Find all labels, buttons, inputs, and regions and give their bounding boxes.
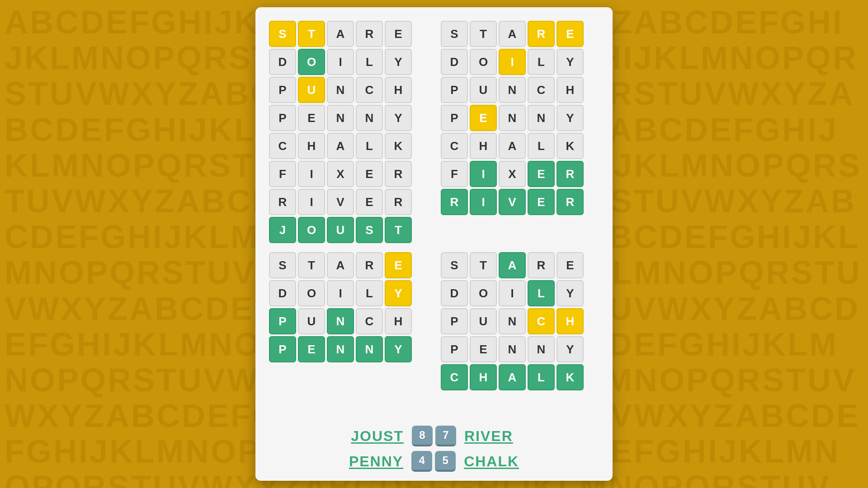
grid-row: JOUST xyxy=(269,217,427,243)
grids-area: STAREDOILYPUNCHPENNYCHALKFIXERRIVERJOUST… xyxy=(269,21,599,415)
grid-row: PUNCH xyxy=(441,308,599,334)
grid-cell-P: P xyxy=(269,336,296,362)
grid-cell-I: I xyxy=(327,49,354,75)
grid-row: STARE xyxy=(441,252,599,278)
grid-cell-N: N xyxy=(327,336,354,362)
grid-row: CHALK xyxy=(441,364,599,390)
grid-cell-K: K xyxy=(557,364,584,390)
grid-bottom-right: STAREDOILYPUNCHPENNYCHALK xyxy=(441,252,599,415)
grid-cell-U: U xyxy=(470,77,497,103)
scores-area: JOUST87RIVERPENNY45CHALK xyxy=(349,426,519,472)
grid-cell-P: P xyxy=(441,105,468,131)
grid-cell-R: R xyxy=(385,161,412,187)
grid-cell-T: T xyxy=(470,252,497,278)
grid-cell-E: E xyxy=(557,21,584,47)
score-badge: 5 xyxy=(435,451,456,472)
grid-cell-A: A xyxy=(327,252,354,278)
grid-cell-I: I xyxy=(470,189,497,215)
grid-cell-T: T xyxy=(298,21,325,47)
grid-cell-C: C xyxy=(528,77,555,103)
score-row: JOUST87RIVER xyxy=(349,426,519,446)
grid-cell-R: R xyxy=(269,189,296,215)
grid-cell-R: R xyxy=(528,252,555,278)
word-label-left: PENNY xyxy=(349,453,403,470)
score-badges: 87 xyxy=(412,426,456,446)
grid-cell-Y: Y xyxy=(385,105,412,131)
grid-cell-I: I xyxy=(499,49,526,75)
grid-cell-R: R xyxy=(557,161,584,187)
grid-cell-O: O xyxy=(298,280,325,306)
grid-cell-K: K xyxy=(385,133,412,159)
grid-cell-C: C xyxy=(528,308,555,334)
grid-cell-N: N xyxy=(499,336,526,362)
grid-cell-J: J xyxy=(269,217,296,243)
grid-cell-A: A xyxy=(327,133,354,159)
word-label-left: JOUST xyxy=(349,428,404,445)
grid-cell-E: E xyxy=(356,161,383,187)
grid-cell-H: H xyxy=(385,77,412,103)
grid-cell-C: C xyxy=(269,133,296,159)
grid-cell-R: R xyxy=(356,21,383,47)
grid-cell-O: O xyxy=(298,217,325,243)
grid-cell-D: D xyxy=(441,49,468,75)
grid-cell-K: K xyxy=(557,133,584,159)
grid-cell-S: S xyxy=(441,252,468,278)
grid-row: PUNCH xyxy=(269,308,427,334)
grid-spacer-row xyxy=(441,392,599,399)
grid-cell-R: R xyxy=(557,189,584,215)
grid-cell-E: E xyxy=(470,336,497,362)
grid-row: PENNY xyxy=(441,336,599,362)
grid-cell-E: E xyxy=(298,336,325,362)
grid-cell-A: A xyxy=(499,252,526,278)
grid-cell-X: X xyxy=(499,161,526,187)
grid-cell-Y: Y xyxy=(557,336,584,362)
grid-cell-E: E xyxy=(385,21,412,47)
grid-spacer-row xyxy=(441,400,599,407)
grid-cell-P: P xyxy=(441,77,468,103)
grid-cell-Y: Y xyxy=(385,280,412,306)
grid-cell-L: L xyxy=(356,133,383,159)
grid-cell-S: S xyxy=(356,217,383,243)
grid-cell-C: C xyxy=(356,308,383,334)
grid-cell-A: A xyxy=(499,21,526,47)
grid-cell-S: S xyxy=(269,252,296,278)
grid-row: STARE xyxy=(269,21,427,47)
grid-cell-Y: Y xyxy=(385,336,412,362)
grid-spacer-row xyxy=(441,408,599,415)
grid-cell-A: A xyxy=(499,133,526,159)
grid-cell-F: F xyxy=(441,161,468,187)
grid-cell-H: H xyxy=(470,133,497,159)
grid-cell-U: U xyxy=(298,77,325,103)
grid-cell-D: D xyxy=(441,280,468,306)
grid-cell-I: I xyxy=(499,280,526,306)
grid-row: DOILY xyxy=(269,280,427,306)
grid-cell-H: H xyxy=(385,308,412,334)
grid-cell-N: N xyxy=(356,336,383,362)
grid-cell-N: N xyxy=(528,105,555,131)
grid-cell-I: I xyxy=(470,161,497,187)
grid-cell-U: U xyxy=(327,217,354,243)
grid-cell-P: P xyxy=(441,336,468,362)
grid-cell-L: L xyxy=(528,364,555,390)
word-label-right: RIVER xyxy=(464,428,519,445)
grid-row: STARE xyxy=(441,21,599,47)
grid-cell-L: L xyxy=(356,280,383,306)
grid-cell-E: E xyxy=(470,105,497,131)
grid-cell-O: O xyxy=(298,49,325,75)
grid-cell-P: P xyxy=(441,308,468,334)
score-badge: 8 xyxy=(412,426,433,446)
grid-cell-R: R xyxy=(385,189,412,215)
grid-spacer-row xyxy=(269,380,427,387)
grid-row: DOILY xyxy=(441,49,599,75)
grid-row: FIXER xyxy=(269,161,427,187)
grid-row: CHALK xyxy=(441,133,599,159)
grid-cell-R: R xyxy=(441,189,468,215)
grid-cell-Y: Y xyxy=(557,49,584,75)
grid-cell-P: P xyxy=(269,308,296,334)
grid-cell-L: L xyxy=(528,49,555,75)
grid-cell-N: N xyxy=(499,77,526,103)
grid-row: FIXER xyxy=(441,161,599,187)
grid-cell-N: N xyxy=(528,336,555,362)
grid-cell-E: E xyxy=(528,161,555,187)
grid-cell-R: R xyxy=(528,21,555,47)
